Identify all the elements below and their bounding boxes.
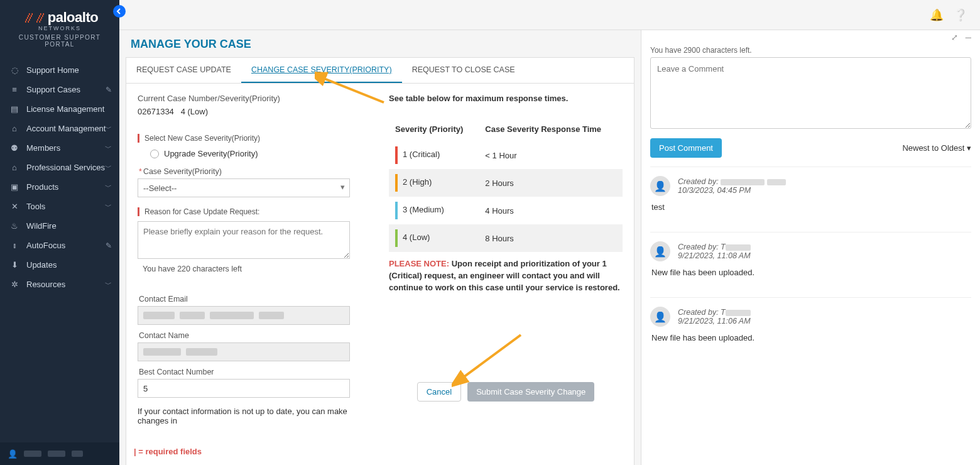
chevron-down-icon: ﹀ [105, 143, 112, 153]
required-legend: | = required fields [134, 447, 371, 456]
sidebar-item-label: Support Cases [26, 85, 80, 94]
page-title: MANAGE YOUR CASE [119, 35, 641, 57]
th-severity: Severity (Priority) [389, 119, 479, 141]
contact-info-note: If your contact information is not up to… [138, 407, 371, 425]
sidebar-item-autofocus[interactable]: ⫾AutoFocus✎ [0, 236, 119, 255]
case-tabs: REQUEST CASE UPDATE CHANGE CASE SEVERITY… [126, 58, 634, 84]
comment-textarea[interactable] [650, 57, 971, 129]
sidebar-item-label: Support Home [26, 65, 79, 75]
reason-textarea[interactable] [138, 221, 350, 259]
contact-email-field[interactable] [138, 306, 350, 325]
case-severity-select[interactable]: --Select-- [138, 178, 350, 197]
avatar-icon: 👤 [650, 176, 670, 196]
severity-row-3: 3 (Medium)4 Hours [389, 197, 623, 224]
sidebar-item-support-home[interactable]: ◌Support Home [0, 60, 119, 80]
topbar: 🔔 ❔ [119, 0, 980, 30]
expand-icon[interactable]: ⤢ [951, 33, 958, 42]
reason-char-count: You have 220 characters left [143, 265, 371, 273]
comment-body: New file has been uploaded. [651, 333, 971, 342]
case-panel: MANAGE YOUR CASE REQUEST CASE UPDATE CHA… [119, 30, 641, 465]
best-number-label: Best Contact Number [139, 368, 371, 376]
tab-change-severity[interactable]: CHANGE CASE SEVERITY(PRIORITY) [241, 58, 402, 83]
sidebar-item-resources[interactable]: ✲Resources﹀ [0, 275, 119, 294]
current-case-value: 02671334 4 (Low) [138, 107, 371, 116]
sidebar-item-label: Members [26, 143, 60, 153]
upgrade-severity-radio[interactable]: Upgrade Severity(Priority) [150, 149, 371, 158]
tab-request-update[interactable]: REQUEST CASE UPDATE [126, 58, 241, 83]
please-note: PLEASE NOTE: Upon receipt and prioritiza… [389, 258, 623, 294]
sidebar-collapse-button[interactable] [113, 5, 126, 18]
chevron-down-icon: ﹀ [105, 202, 112, 211]
download-icon: ⬇ [9, 260, 20, 270]
contact-name-field[interactable] [138, 342, 350, 361]
sidebar-item-license[interactable]: ▤License Management [0, 99, 119, 119]
sidebar-item-products[interactable]: ▣Products﹀ [0, 177, 119, 197]
severity-row-4: 4 (Low)8 Hours [389, 224, 623, 252]
user-icon: 👤 [8, 449, 18, 459]
sidebar-item-label: Resources [26, 280, 65, 289]
wrench-icon: ✕ [9, 202, 20, 211]
sidebar-item-label: Tools [26, 202, 45, 211]
sidebar-item-label: AutoFocus [26, 241, 65, 250]
sidebar-item-tools[interactable]: ✕Tools﹀ [0, 197, 119, 216]
bell-icon[interactable]: 🔔 [930, 8, 944, 22]
sidebar-item-account[interactable]: ⌂Account Management﹀ [0, 119, 119, 138]
sidebar-item-updates[interactable]: ⬇Updates [0, 255, 119, 275]
chevron-down-icon: ﹀ [105, 280, 112, 289]
cancel-button[interactable]: Cancel [417, 382, 461, 402]
logo-mark-icon: ⫽⫽ [21, 9, 44, 26]
sidebar-item-label: Account Management [26, 124, 106, 133]
sidebar-item-wildfire[interactable]: ♨WildFire [0, 216, 119, 236]
sidebar: ⫽⫽ paloalto NETWORKS CUSTOMER SUPPORT PO… [0, 0, 119, 465]
sidebar-item-members[interactable]: ⚉Members﹀ [0, 138, 119, 158]
response-intro: See table below for maximum response tim… [389, 94, 623, 103]
best-number-field[interactable] [138, 379, 350, 398]
reason-label: Reason for Case Update Request: [138, 207, 371, 216]
speedometer-icon: ◌ [9, 65, 20, 75]
sidebar-nav: ◌Support Home ≡Support Cases✎ ▤License M… [0, 60, 119, 294]
external-link-icon: ✎ [106, 241, 112, 250]
chevron-down-icon: ﹀ [105, 163, 112, 172]
help-icon[interactable]: ❔ [954, 8, 967, 22]
footer-text-redacted [24, 451, 41, 457]
severity-row-2: 2 (High)2 Hours [389, 169, 623, 197]
post-comment-button[interactable]: Post Comment [650, 138, 722, 158]
comment-char-left: You have 2900 characters left. [650, 46, 971, 55]
box-icon: ▣ [9, 182, 20, 192]
annotation-arrow [452, 332, 527, 388]
external-link-icon: ✎ [106, 85, 112, 94]
comment-item: 👤 Created by: T 9/21/2023, 11:06 AM New … [650, 297, 971, 354]
tab-close-case[interactable]: REQUEST TO CLOSE CASE [402, 58, 525, 83]
comments-panel: ⤢ ─ You have 2900 characters left. Post … [641, 30, 980, 465]
comment-item: 👤 Created by: T 9/21/2023, 11:08 AM New … [650, 232, 971, 288]
th-response-time: Case Severity Response Time [479, 119, 623, 141]
brand-name: paloalto [48, 9, 98, 26]
sidebar-item-label: Products [26, 182, 58, 192]
comment-sort-dropdown[interactable]: Newest to Oldest ▾ [902, 143, 971, 153]
action-buttons: Cancel Submit Case Severity Change [389, 382, 623, 402]
portal-name: CUSTOMER SUPPORT PORTAL [10, 34, 109, 48]
avatar-icon: 👤 [650, 307, 670, 327]
collapse-icon[interactable]: ─ [966, 33, 971, 42]
comment-meta: Created by: T 9/21/2023, 11:08 AM [678, 243, 751, 260]
case-severity-label: *Case Severity(Priority) [139, 167, 371, 176]
form-column: Current Case Number/Severity(Priority) 0… [138, 94, 371, 456]
sidebar-item-prof-services[interactable]: ⌂Professional Services﹀ [0, 158, 119, 177]
comment-body: New file has been uploaded. [651, 268, 971, 277]
fire-icon: ♨ [9, 221, 20, 231]
radio-label: Upgrade Severity(Priority) [164, 149, 258, 158]
severity-row-1: 1 (Critical)< 1 Hour [389, 141, 623, 169]
sidebar-item-support-cases[interactable]: ≡Support Cases✎ [0, 80, 119, 99]
list-icon: ≡ [9, 85, 20, 94]
users-icon: ⚉ [9, 143, 20, 153]
sidebar-item-label: WildFire [26, 221, 57, 231]
comment-meta: Created by: T 9/21/2023, 11:06 AM [678, 308, 751, 326]
sidebar-item-label: Professional Services [26, 163, 105, 172]
main-area: 🔔 ❔ MANAGE YOUR CASE REQUEST CASE UPDATE… [119, 0, 980, 465]
sidebar-item-label: Updates [26, 260, 57, 270]
briefcase-icon: ⌂ [9, 124, 20, 133]
avatar-icon: 👤 [650, 241, 670, 261]
submit-severity-button[interactable]: Submit Case Severity Change [467, 382, 594, 402]
radio-icon [150, 150, 159, 158]
folder-icon: ▤ [9, 104, 20, 114]
